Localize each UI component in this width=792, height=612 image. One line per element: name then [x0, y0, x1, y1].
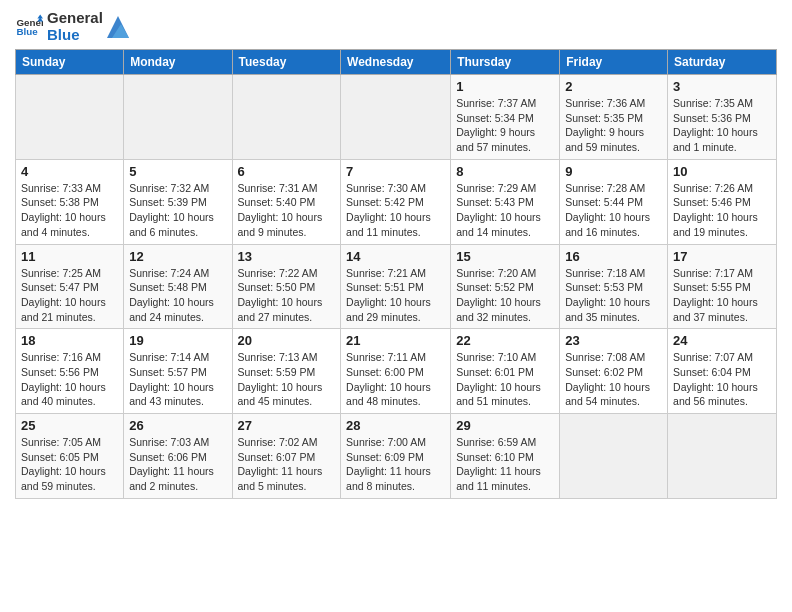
calendar-week-2: 4Sunrise: 7:33 AM Sunset: 5:38 PM Daylig…	[16, 159, 777, 244]
day-info: Sunrise: 7:29 AM Sunset: 5:43 PM Dayligh…	[456, 181, 554, 240]
day-info: Sunrise: 7:28 AM Sunset: 5:44 PM Dayligh…	[565, 181, 662, 240]
day-number: 26	[129, 418, 226, 433]
day-info: Sunrise: 7:32 AM Sunset: 5:39 PM Dayligh…	[129, 181, 226, 240]
day-number: 23	[565, 333, 662, 348]
day-info: Sunrise: 7:31 AM Sunset: 5:40 PM Dayligh…	[238, 181, 336, 240]
day-number: 20	[238, 333, 336, 348]
logo: General Blue General Blue	[15, 10, 129, 43]
column-header-saturday: Saturday	[668, 50, 777, 75]
calendar-cell: 27Sunrise: 7:02 AM Sunset: 6:07 PM Dayli…	[232, 414, 341, 499]
calendar-cell: 17Sunrise: 7:17 AM Sunset: 5:55 PM Dayli…	[668, 244, 777, 329]
calendar-cell: 23Sunrise: 7:08 AM Sunset: 6:02 PM Dayli…	[560, 329, 668, 414]
calendar-cell: 29Sunrise: 6:59 AM Sunset: 6:10 PM Dayli…	[451, 414, 560, 499]
calendar-cell: 2Sunrise: 7:36 AM Sunset: 5:35 PM Daylig…	[560, 75, 668, 160]
day-number: 11	[21, 249, 118, 264]
calendar-cell: 21Sunrise: 7:11 AM Sunset: 6:00 PM Dayli…	[341, 329, 451, 414]
day-info: Sunrise: 7:18 AM Sunset: 5:53 PM Dayligh…	[565, 266, 662, 325]
calendar-cell: 15Sunrise: 7:20 AM Sunset: 5:52 PM Dayli…	[451, 244, 560, 329]
day-info: Sunrise: 6:59 AM Sunset: 6:10 PM Dayligh…	[456, 435, 554, 494]
svg-text:Blue: Blue	[16, 26, 38, 37]
calendar-cell: 22Sunrise: 7:10 AM Sunset: 6:01 PM Dayli…	[451, 329, 560, 414]
calendar-cell	[668, 414, 777, 499]
day-info: Sunrise: 7:35 AM Sunset: 5:36 PM Dayligh…	[673, 96, 771, 155]
day-number: 2	[565, 79, 662, 94]
day-number: 28	[346, 418, 445, 433]
calendar-cell: 12Sunrise: 7:24 AM Sunset: 5:48 PM Dayli…	[124, 244, 232, 329]
day-number: 21	[346, 333, 445, 348]
calendar-cell: 5Sunrise: 7:32 AM Sunset: 5:39 PM Daylig…	[124, 159, 232, 244]
day-number: 6	[238, 164, 336, 179]
calendar-cell: 20Sunrise: 7:13 AM Sunset: 5:59 PM Dayli…	[232, 329, 341, 414]
day-number: 27	[238, 418, 336, 433]
calendar-cell	[560, 414, 668, 499]
day-number: 25	[21, 418, 118, 433]
calendar-table: SundayMondayTuesdayWednesdayThursdayFrid…	[15, 49, 777, 499]
calendar-cell	[16, 75, 124, 160]
day-info: Sunrise: 7:21 AM Sunset: 5:51 PM Dayligh…	[346, 266, 445, 325]
calendar-cell	[341, 75, 451, 160]
calendar-cell: 18Sunrise: 7:16 AM Sunset: 5:56 PM Dayli…	[16, 329, 124, 414]
calendar-week-5: 25Sunrise: 7:05 AM Sunset: 6:05 PM Dayli…	[16, 414, 777, 499]
day-number: 22	[456, 333, 554, 348]
calendar-header-row: SundayMondayTuesdayWednesdayThursdayFrid…	[16, 50, 777, 75]
calendar-week-4: 18Sunrise: 7:16 AM Sunset: 5:56 PM Dayli…	[16, 329, 777, 414]
day-number: 1	[456, 79, 554, 94]
calendar-cell	[124, 75, 232, 160]
day-info: Sunrise: 7:07 AM Sunset: 6:04 PM Dayligh…	[673, 350, 771, 409]
day-info: Sunrise: 7:10 AM Sunset: 6:01 PM Dayligh…	[456, 350, 554, 409]
calendar-cell: 6Sunrise: 7:31 AM Sunset: 5:40 PM Daylig…	[232, 159, 341, 244]
calendar-cell: 24Sunrise: 7:07 AM Sunset: 6:04 PM Dayli…	[668, 329, 777, 414]
day-info: Sunrise: 7:03 AM Sunset: 6:06 PM Dayligh…	[129, 435, 226, 494]
day-number: 14	[346, 249, 445, 264]
calendar-cell: 3Sunrise: 7:35 AM Sunset: 5:36 PM Daylig…	[668, 75, 777, 160]
calendar-cell: 7Sunrise: 7:30 AM Sunset: 5:42 PM Daylig…	[341, 159, 451, 244]
column-header-wednesday: Wednesday	[341, 50, 451, 75]
logo-icon: General Blue	[15, 13, 43, 41]
day-info: Sunrise: 7:37 AM Sunset: 5:34 PM Dayligh…	[456, 96, 554, 155]
day-number: 8	[456, 164, 554, 179]
column-header-sunday: Sunday	[16, 50, 124, 75]
column-header-tuesday: Tuesday	[232, 50, 341, 75]
day-info: Sunrise: 7:24 AM Sunset: 5:48 PM Dayligh…	[129, 266, 226, 325]
day-number: 16	[565, 249, 662, 264]
day-info: Sunrise: 7:02 AM Sunset: 6:07 PM Dayligh…	[238, 435, 336, 494]
day-number: 18	[21, 333, 118, 348]
day-info: Sunrise: 7:14 AM Sunset: 5:57 PM Dayligh…	[129, 350, 226, 409]
calendar-cell: 9Sunrise: 7:28 AM Sunset: 5:44 PM Daylig…	[560, 159, 668, 244]
day-info: Sunrise: 7:08 AM Sunset: 6:02 PM Dayligh…	[565, 350, 662, 409]
day-number: 24	[673, 333, 771, 348]
day-info: Sunrise: 7:16 AM Sunset: 5:56 PM Dayligh…	[21, 350, 118, 409]
calendar-cell: 1Sunrise: 7:37 AM Sunset: 5:34 PM Daylig…	[451, 75, 560, 160]
day-info: Sunrise: 7:25 AM Sunset: 5:47 PM Dayligh…	[21, 266, 118, 325]
calendar-cell: 19Sunrise: 7:14 AM Sunset: 5:57 PM Dayli…	[124, 329, 232, 414]
day-number: 4	[21, 164, 118, 179]
day-info: Sunrise: 7:11 AM Sunset: 6:00 PM Dayligh…	[346, 350, 445, 409]
column-header-monday: Monday	[124, 50, 232, 75]
day-info: Sunrise: 7:33 AM Sunset: 5:38 PM Dayligh…	[21, 181, 118, 240]
calendar-cell	[232, 75, 341, 160]
day-info: Sunrise: 7:26 AM Sunset: 5:46 PM Dayligh…	[673, 181, 771, 240]
calendar-cell: 10Sunrise: 7:26 AM Sunset: 5:46 PM Dayli…	[668, 159, 777, 244]
calendar-cell: 11Sunrise: 7:25 AM Sunset: 5:47 PM Dayli…	[16, 244, 124, 329]
logo-triangle	[107, 16, 129, 38]
calendar-cell: 13Sunrise: 7:22 AM Sunset: 5:50 PM Dayli…	[232, 244, 341, 329]
day-info: Sunrise: 7:13 AM Sunset: 5:59 PM Dayligh…	[238, 350, 336, 409]
calendar-cell: 14Sunrise: 7:21 AM Sunset: 5:51 PM Dayli…	[341, 244, 451, 329]
day-info: Sunrise: 7:30 AM Sunset: 5:42 PM Dayligh…	[346, 181, 445, 240]
calendar-cell: 8Sunrise: 7:29 AM Sunset: 5:43 PM Daylig…	[451, 159, 560, 244]
calendar-cell: 4Sunrise: 7:33 AM Sunset: 5:38 PM Daylig…	[16, 159, 124, 244]
day-info: Sunrise: 7:22 AM Sunset: 5:50 PM Dayligh…	[238, 266, 336, 325]
day-info: Sunrise: 7:00 AM Sunset: 6:09 PM Dayligh…	[346, 435, 445, 494]
day-number: 10	[673, 164, 771, 179]
day-number: 7	[346, 164, 445, 179]
calendar-cell: 28Sunrise: 7:00 AM Sunset: 6:09 PM Dayli…	[341, 414, 451, 499]
day-number: 13	[238, 249, 336, 264]
calendar-week-3: 11Sunrise: 7:25 AM Sunset: 5:47 PM Dayli…	[16, 244, 777, 329]
day-info: Sunrise: 7:20 AM Sunset: 5:52 PM Dayligh…	[456, 266, 554, 325]
calendar-cell: 26Sunrise: 7:03 AM Sunset: 6:06 PM Dayli…	[124, 414, 232, 499]
column-header-thursday: Thursday	[451, 50, 560, 75]
header: General Blue General Blue	[15, 10, 777, 43]
day-number: 12	[129, 249, 226, 264]
day-number: 15	[456, 249, 554, 264]
calendar-week-1: 1Sunrise: 7:37 AM Sunset: 5:34 PM Daylig…	[16, 75, 777, 160]
